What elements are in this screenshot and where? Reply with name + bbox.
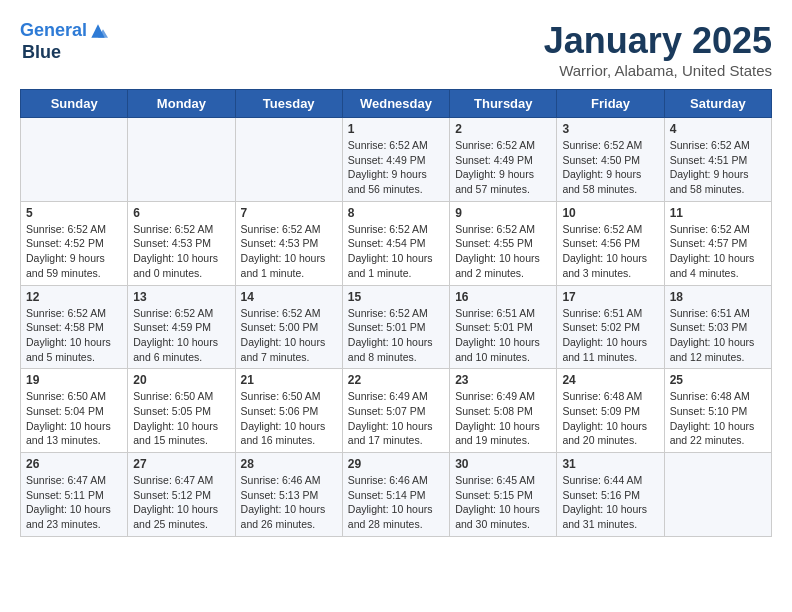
weekday-header-sunday: Sunday [21, 90, 128, 118]
day-number: 30 [455, 457, 551, 471]
page-header: General Blue January 2025 Warrior, Alaba… [20, 20, 772, 79]
day-info: Sunrise: 6:47 AM Sunset: 5:11 PM Dayligh… [26, 473, 122, 532]
calendar-cell: 15Sunrise: 6:52 AM Sunset: 5:01 PM Dayli… [342, 285, 449, 369]
day-number: 28 [241, 457, 337, 471]
calendar-cell: 18Sunrise: 6:51 AM Sunset: 5:03 PM Dayli… [664, 285, 771, 369]
day-info: Sunrise: 6:49 AM Sunset: 5:07 PM Dayligh… [348, 389, 444, 448]
day-info: Sunrise: 6:52 AM Sunset: 5:00 PM Dayligh… [241, 306, 337, 365]
day-number: 24 [562, 373, 658, 387]
day-number: 5 [26, 206, 122, 220]
day-info: Sunrise: 6:52 AM Sunset: 4:49 PM Dayligh… [348, 138, 444, 197]
day-number: 10 [562, 206, 658, 220]
weekday-header-saturday: Saturday [664, 90, 771, 118]
calendar-week-2: 5Sunrise: 6:52 AM Sunset: 4:52 PM Daylig… [21, 201, 772, 285]
calendar-cell: 10Sunrise: 6:52 AM Sunset: 4:56 PM Dayli… [557, 201, 664, 285]
day-info: Sunrise: 6:52 AM Sunset: 4:57 PM Dayligh… [670, 222, 766, 281]
calendar-week-1: 1Sunrise: 6:52 AM Sunset: 4:49 PM Daylig… [21, 118, 772, 202]
day-info: Sunrise: 6:52 AM Sunset: 4:55 PM Dayligh… [455, 222, 551, 281]
day-info: Sunrise: 6:49 AM Sunset: 5:08 PM Dayligh… [455, 389, 551, 448]
day-number: 12 [26, 290, 122, 304]
calendar-cell: 24Sunrise: 6:48 AM Sunset: 5:09 PM Dayli… [557, 369, 664, 453]
day-number: 23 [455, 373, 551, 387]
calendar-cell: 7Sunrise: 6:52 AM Sunset: 4:53 PM Daylig… [235, 201, 342, 285]
logo: General Blue [20, 20, 109, 63]
day-number: 21 [241, 373, 337, 387]
calendar-cell: 4Sunrise: 6:52 AM Sunset: 4:51 PM Daylig… [664, 118, 771, 202]
day-info: Sunrise: 6:48 AM Sunset: 5:09 PM Dayligh… [562, 389, 658, 448]
calendar-cell: 14Sunrise: 6:52 AM Sunset: 5:00 PM Dayli… [235, 285, 342, 369]
calendar-cell: 26Sunrise: 6:47 AM Sunset: 5:11 PM Dayli… [21, 453, 128, 537]
calendar-cell [235, 118, 342, 202]
calendar-week-4: 19Sunrise: 6:50 AM Sunset: 5:04 PM Dayli… [21, 369, 772, 453]
day-info: Sunrise: 6:52 AM Sunset: 5:01 PM Dayligh… [348, 306, 444, 365]
month-title: January 2025 [544, 20, 772, 62]
day-number: 13 [133, 290, 229, 304]
day-number: 7 [241, 206, 337, 220]
day-number: 11 [670, 206, 766, 220]
calendar-cell: 8Sunrise: 6:52 AM Sunset: 4:54 PM Daylig… [342, 201, 449, 285]
calendar-cell: 28Sunrise: 6:46 AM Sunset: 5:13 PM Dayli… [235, 453, 342, 537]
calendar-cell: 13Sunrise: 6:52 AM Sunset: 4:59 PM Dayli… [128, 285, 235, 369]
calendar-cell: 29Sunrise: 6:46 AM Sunset: 5:14 PM Dayli… [342, 453, 449, 537]
calendar-cell: 2Sunrise: 6:52 AM Sunset: 4:49 PM Daylig… [450, 118, 557, 202]
calendar-cell: 19Sunrise: 6:50 AM Sunset: 5:04 PM Dayli… [21, 369, 128, 453]
day-info: Sunrise: 6:52 AM Sunset: 4:53 PM Dayligh… [133, 222, 229, 281]
day-number: 9 [455, 206, 551, 220]
title-block: January 2025 Warrior, Alabama, United St… [544, 20, 772, 79]
day-info: Sunrise: 6:50 AM Sunset: 5:04 PM Dayligh… [26, 389, 122, 448]
day-number: 17 [562, 290, 658, 304]
weekday-header-tuesday: Tuesday [235, 90, 342, 118]
calendar-header-row: SundayMondayTuesdayWednesdayThursdayFrid… [21, 90, 772, 118]
calendar-week-5: 26Sunrise: 6:47 AM Sunset: 5:11 PM Dayli… [21, 453, 772, 537]
day-number: 4 [670, 122, 766, 136]
day-number: 1 [348, 122, 444, 136]
day-number: 2 [455, 122, 551, 136]
calendar-cell: 27Sunrise: 6:47 AM Sunset: 5:12 PM Dayli… [128, 453, 235, 537]
day-info: Sunrise: 6:51 AM Sunset: 5:01 PM Dayligh… [455, 306, 551, 365]
calendar-cell: 30Sunrise: 6:45 AM Sunset: 5:15 PM Dayli… [450, 453, 557, 537]
day-info: Sunrise: 6:51 AM Sunset: 5:03 PM Dayligh… [670, 306, 766, 365]
calendar-cell: 12Sunrise: 6:52 AM Sunset: 4:58 PM Dayli… [21, 285, 128, 369]
calendar-cell: 22Sunrise: 6:49 AM Sunset: 5:07 PM Dayli… [342, 369, 449, 453]
location: Warrior, Alabama, United States [544, 62, 772, 79]
logo-line2: Blue [22, 42, 109, 63]
calendar-cell: 1Sunrise: 6:52 AM Sunset: 4:49 PM Daylig… [342, 118, 449, 202]
calendar-cell: 3Sunrise: 6:52 AM Sunset: 4:50 PM Daylig… [557, 118, 664, 202]
day-number: 22 [348, 373, 444, 387]
day-info: Sunrise: 6:52 AM Sunset: 4:51 PM Dayligh… [670, 138, 766, 197]
calendar-cell: 23Sunrise: 6:49 AM Sunset: 5:08 PM Dayli… [450, 369, 557, 453]
day-number: 29 [348, 457, 444, 471]
calendar-cell: 17Sunrise: 6:51 AM Sunset: 5:02 PM Dayli… [557, 285, 664, 369]
day-info: Sunrise: 6:52 AM Sunset: 4:53 PM Dayligh… [241, 222, 337, 281]
day-number: 16 [455, 290, 551, 304]
day-info: Sunrise: 6:48 AM Sunset: 5:10 PM Dayligh… [670, 389, 766, 448]
day-info: Sunrise: 6:44 AM Sunset: 5:16 PM Dayligh… [562, 473, 658, 532]
day-info: Sunrise: 6:50 AM Sunset: 5:06 PM Dayligh… [241, 389, 337, 448]
calendar-cell: 6Sunrise: 6:52 AM Sunset: 4:53 PM Daylig… [128, 201, 235, 285]
day-info: Sunrise: 6:52 AM Sunset: 4:49 PM Dayligh… [455, 138, 551, 197]
weekday-header-friday: Friday [557, 90, 664, 118]
day-info: Sunrise: 6:52 AM Sunset: 4:52 PM Dayligh… [26, 222, 122, 281]
calendar-cell: 11Sunrise: 6:52 AM Sunset: 4:57 PM Dayli… [664, 201, 771, 285]
calendar-cell: 16Sunrise: 6:51 AM Sunset: 5:01 PM Dayli… [450, 285, 557, 369]
weekday-header-monday: Monday [128, 90, 235, 118]
day-info: Sunrise: 6:50 AM Sunset: 5:05 PM Dayligh… [133, 389, 229, 448]
day-number: 25 [670, 373, 766, 387]
calendar-cell [664, 453, 771, 537]
day-info: Sunrise: 6:46 AM Sunset: 5:13 PM Dayligh… [241, 473, 337, 532]
calendar-table: SundayMondayTuesdayWednesdayThursdayFrid… [20, 89, 772, 537]
day-number: 19 [26, 373, 122, 387]
calendar-cell: 21Sunrise: 6:50 AM Sunset: 5:06 PM Dayli… [235, 369, 342, 453]
day-number: 27 [133, 457, 229, 471]
weekday-header-wednesday: Wednesday [342, 90, 449, 118]
day-number: 6 [133, 206, 229, 220]
logo-text: General [20, 20, 109, 42]
calendar-cell: 5Sunrise: 6:52 AM Sunset: 4:52 PM Daylig… [21, 201, 128, 285]
day-info: Sunrise: 6:46 AM Sunset: 5:14 PM Dayligh… [348, 473, 444, 532]
day-number: 8 [348, 206, 444, 220]
day-info: Sunrise: 6:47 AM Sunset: 5:12 PM Dayligh… [133, 473, 229, 532]
calendar-cell: 9Sunrise: 6:52 AM Sunset: 4:55 PM Daylig… [450, 201, 557, 285]
calendar-cell [128, 118, 235, 202]
day-info: Sunrise: 6:52 AM Sunset: 4:50 PM Dayligh… [562, 138, 658, 197]
day-number: 14 [241, 290, 337, 304]
